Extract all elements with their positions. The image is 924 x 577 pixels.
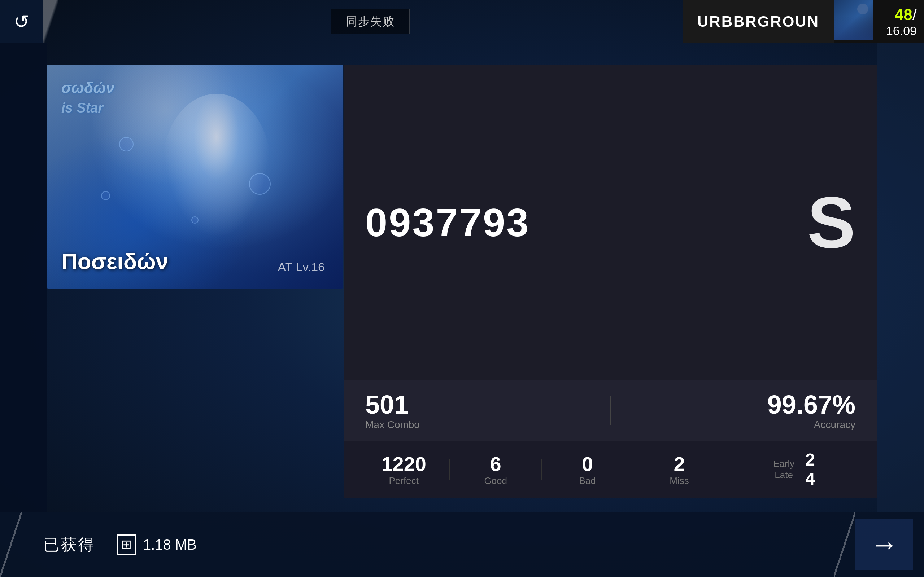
bottom-slash-right xyxy=(834,512,855,577)
accuracy-value: 99.67% xyxy=(625,390,855,419)
character-figure xyxy=(162,94,271,238)
late-value: 4 xyxy=(805,469,815,488)
miss-label: Miss xyxy=(670,475,689,487)
refresh-icon: ↺ xyxy=(14,11,30,32)
user-panel: URBBRGROUN 48 / 16.09 xyxy=(683,0,924,43)
perfect-value: 1220 xyxy=(381,453,426,475)
max-combo-block: 501 Max Combo xyxy=(365,390,596,430)
accuracy-label: Accuracy xyxy=(625,419,855,430)
early-label: Early xyxy=(773,458,795,469)
top-bar: ↺ 同步失败 URBBRGROUN 48 / 16.09 xyxy=(0,0,924,43)
sync-status-badge: 同步失败 xyxy=(331,9,410,34)
sync-status-text: 同步失败 xyxy=(346,15,395,28)
refresh-button[interactable]: ↺ xyxy=(0,0,43,43)
sync-status-area: 同步失败 xyxy=(58,9,683,34)
top-slash-divider xyxy=(43,0,58,43)
early-late-area: Early Late 2 4 xyxy=(725,450,863,488)
art-text: σωδών is Star xyxy=(61,79,115,116)
avatar-decoration xyxy=(857,3,868,15)
username: URBBRGROUN xyxy=(697,13,819,30)
user-level: 48 xyxy=(895,7,913,23)
good-stat: 6 Good xyxy=(450,453,541,487)
song-title-area: Ποσειδών xyxy=(61,248,168,274)
right-sidebar xyxy=(877,43,924,512)
bubble-1 xyxy=(119,137,134,152)
album-art: σωδών is Star Ποσειδών AT Lv.16 xyxy=(47,65,343,288)
score-panel: 0937793 S 501 Max Combo 99.67% Accuracy … xyxy=(344,65,877,498)
score-grade: S xyxy=(808,187,855,259)
bad-stat: 0 Bad xyxy=(542,453,633,487)
bad-value: 0 xyxy=(582,453,593,475)
stat-divider xyxy=(610,396,611,425)
good-label: Good xyxy=(484,475,507,487)
accuracy-block: 99.67% Accuracy xyxy=(625,390,855,430)
bubble-2 xyxy=(101,191,110,200)
max-combo-label: Max Combo xyxy=(365,419,596,430)
bottom-content: 已获得 ⊞ 1.18 MB xyxy=(22,534,834,555)
user-stats: 48 / 16.09 xyxy=(874,0,924,43)
file-icon: ⊞ xyxy=(117,534,136,554)
combo-accuracy-row: 501 Max Combo 99.67% Accuracy xyxy=(344,380,877,442)
bad-label: Bad xyxy=(579,475,596,487)
art-line2: is Star xyxy=(61,100,115,116)
early-value: 2 xyxy=(805,450,815,469)
song-title: Ποσειδών xyxy=(61,248,168,274)
art-line1: σωδών xyxy=(61,79,115,97)
file-size-area: ⊞ 1.18 MB xyxy=(117,534,197,554)
next-arrow-icon: → xyxy=(870,528,899,561)
next-button[interactable]: → xyxy=(855,519,913,570)
song-difficulty: AT Lv.16 xyxy=(278,260,325,274)
left-sidebar xyxy=(0,43,47,512)
score-number: 0937793 xyxy=(365,200,808,245)
bottom-bar: 已获得 ⊞ 1.18 MB → xyxy=(0,512,924,577)
bottom-slash-left xyxy=(0,512,22,577)
user-points: 16.09 xyxy=(881,24,917,38)
user-avatar xyxy=(834,0,874,40)
acquired-label: 已获得 xyxy=(43,534,95,555)
level-slash: / xyxy=(913,6,917,24)
early-late-label-block: Early Late xyxy=(773,458,795,481)
main-content: σωδών is Star Ποσειδών AT Lv.16 0937793 … xyxy=(47,65,877,498)
perfect-stat: 1220 Perfect xyxy=(358,453,449,487)
max-combo-value: 501 xyxy=(365,390,596,419)
late-label: Late xyxy=(773,469,795,481)
good-value: 6 xyxy=(490,453,501,475)
early-late-values: 2 4 xyxy=(805,450,815,488)
score-main: 0937793 S xyxy=(344,65,877,380)
miss-value: 2 xyxy=(674,453,685,475)
file-size: 1.18 MB xyxy=(143,537,197,553)
notes-row: 1220 Perfect 6 Good 0 Bad 2 Miss E xyxy=(344,442,877,498)
miss-stat: 2 Miss xyxy=(633,453,725,487)
perfect-label: Perfect xyxy=(389,475,419,487)
username-area: URBBRGROUN xyxy=(683,0,834,43)
